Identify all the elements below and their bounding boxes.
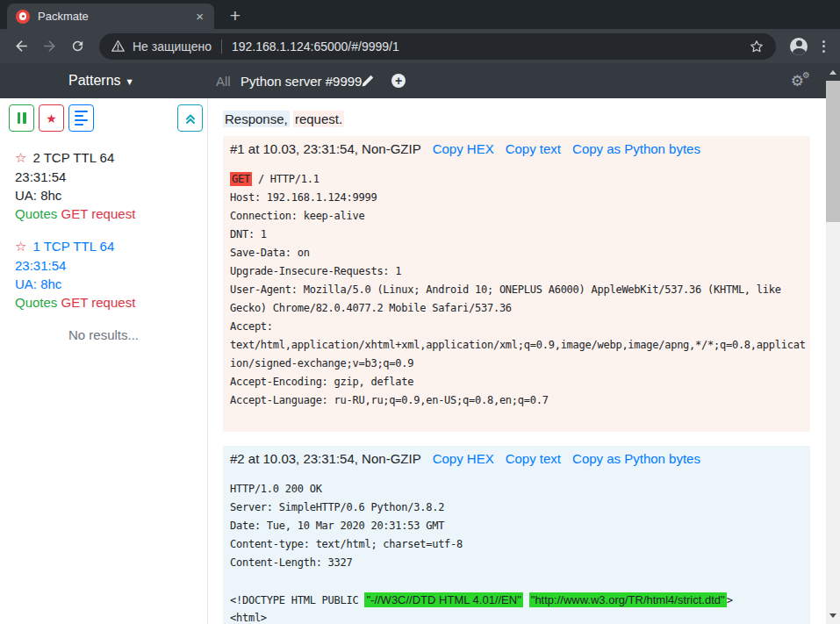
copy-action-link[interactable]: Copy text bbox=[506, 451, 561, 466]
copy-action-link[interactable]: Copy as Python bytes bbox=[572, 451, 700, 466]
legend-text: Response, bbox=[223, 111, 290, 127]
copy-action-link[interactable]: Copy text bbox=[506, 141, 561, 156]
payload-line: Host: 192.168.1.124:9999 bbox=[230, 189, 807, 207]
packet-payload: GET / HTTP/1.1Host: 192.168.1.124:9999Co… bbox=[230, 170, 807, 428]
favorites-filter-button[interactable]: ★ bbox=[39, 104, 64, 132]
stream-time: 23:31:54 bbox=[15, 256, 207, 275]
profile-avatar-button[interactable] bbox=[790, 38, 808, 55]
browser-toolbar: Не защищено 192.168.1.124:65000/#/9999/1 bbox=[0, 29, 840, 63]
copy-action-link[interactable]: Copy HEX bbox=[433, 451, 494, 466]
omnibox-divider bbox=[221, 39, 222, 54]
bookmark-star-button[interactable] bbox=[749, 39, 765, 54]
address-bar[interactable]: Не защищено 192.168.1.124:65000/#/9999/1 bbox=[99, 33, 776, 60]
app-body: ★ ☆2 TCP TTL 6423:31:54UA: 8hcQuotes GET… bbox=[0, 98, 826, 624]
stream-tag: GET request bbox=[61, 295, 136, 310]
page-scrollbar bbox=[826, 63, 840, 624]
payload-line: Content-Length: 3327 bbox=[230, 554, 807, 572]
payload-line: HTTP/1.0 200 OK bbox=[230, 480, 807, 498]
payload-line: Accept-Encoding: gzip, deflate bbox=[230, 373, 807, 391]
payload-line bbox=[230, 410, 807, 428]
chevrons-up-icon bbox=[183, 111, 197, 126]
reload-icon bbox=[70, 39, 85, 54]
caret-down-icon: ▼ bbox=[127, 76, 133, 86]
security-label: Не защищено bbox=[133, 39, 212, 54]
stream-title: 2 TCP TTL 64 bbox=[32, 150, 114, 165]
payload-line: <html> bbox=[230, 609, 807, 624]
patterns-dropdown[interactable]: Patterns ▼ bbox=[68, 63, 133, 98]
forward-button[interactable] bbox=[38, 35, 61, 58]
url-text[interactable]: 192.168.1.124:65000/#/9999/1 bbox=[232, 39, 749, 54]
stream-user-agent: UA: 8hc bbox=[15, 275, 207, 293]
stream-tag: GET request bbox=[61, 206, 136, 221]
stream-list: ☆2 TCP TTL 6423:31:54UA: 8hcQuotes GET r… bbox=[0, 132, 207, 312]
stream-detail-panel: Response, request. #1 at 10.03, 23:31:54… bbox=[208, 98, 826, 624]
tab-current-pattern[interactable]: Python server #9999 bbox=[241, 63, 362, 98]
pause-icon bbox=[18, 112, 26, 124]
gear-small-icon: ⚙ bbox=[802, 71, 810, 80]
payload-line: Date: Tue, 10 Mar 2020 20:31:53 GMT bbox=[230, 517, 807, 535]
packet-list: #1 at 10.03, 23:31:54, Non-GZIPCopy HEXC… bbox=[223, 136, 810, 624]
edit-pattern-button[interactable] bbox=[361, 63, 374, 98]
back-arrow-icon bbox=[13, 38, 30, 54]
browser-menu-button[interactable] bbox=[822, 40, 825, 53]
tab-all-streams[interactable]: All bbox=[216, 63, 231, 98]
copy-action-link[interactable]: Copy as Python bytes bbox=[572, 141, 700, 156]
favorite-star-icon[interactable]: ☆ bbox=[15, 150, 26, 166]
app-header: Patterns ▼ All Python server #9999 ⚙ ⚙ bbox=[0, 63, 826, 98]
payload-line: Upgrade-Insecure-Requests: 1 bbox=[230, 262, 807, 281]
favorite-star-icon[interactable]: ☆ bbox=[15, 239, 26, 255]
patterns-label: Patterns bbox=[68, 73, 121, 89]
collapse-button[interactable] bbox=[177, 104, 203, 132]
stream-tag: Quotes bbox=[15, 295, 57, 310]
pause-capture-button[interactable] bbox=[9, 104, 34, 132]
payload-line: Server: SimpleHTTP/0.6 Python/3.8.2 bbox=[230, 498, 807, 517]
packet-block-request: #1 at 10.03, 23:31:54, Non-GZIPCopy HEXC… bbox=[223, 136, 810, 432]
tab-title: Packmate bbox=[38, 10, 194, 23]
payload-line: Accept-Language: ru-RU,ru;q=0.9,en-US;q=… bbox=[230, 391, 807, 410]
sidebar-toolbar: ★ bbox=[0, 104, 207, 132]
security-chip[interactable]: Не защищено bbox=[111, 39, 212, 54]
tab-close-icon[interactable]: × bbox=[194, 10, 205, 23]
back-button[interactable] bbox=[10, 35, 32, 58]
payload-line: GET / HTTP/1.1 bbox=[230, 170, 807, 189]
tab-strip: Packmate × + bbox=[0, 0, 840, 29]
bookmark-star-icon bbox=[749, 39, 765, 54]
stream-sidebar: ★ ☆2 TCP TTL 6423:31:54UA: 8hcQuotes GET… bbox=[0, 98, 208, 624]
packet-title: #2 at 10.03, 23:31:54, Non-GZIP bbox=[230, 451, 421, 466]
payload-line: Content-type: text/html; charset=utf-8 bbox=[230, 535, 807, 554]
scrollbar-down-button[interactable] bbox=[829, 613, 836, 618]
reload-button[interactable] bbox=[66, 35, 89, 58]
text-filter-button[interactable] bbox=[68, 104, 94, 132]
forward-arrow-icon bbox=[41, 38, 58, 54]
stream-time: 23:31:54 bbox=[15, 168, 207, 186]
payload-line bbox=[230, 572, 807, 591]
stream-list-item[interactable]: ☆2 TCP TTL 6423:31:54UA: 8hcQuotes GET r… bbox=[0, 148, 207, 223]
payload-line: ion/signed-exchange;v=b3;q=0.9 bbox=[230, 355, 807, 373]
star-filled-icon: ★ bbox=[46, 111, 57, 126]
payload-line: Gecko) Chrome/82.0.4077.2 Mobile Safari/… bbox=[230, 299, 807, 318]
scrollbar-thumb[interactable] bbox=[826, 81, 840, 222]
no-results-text: No results... bbox=[0, 327, 207, 342]
packet-block-response: #2 at 10.03, 23:31:54, Non-GZIPCopy HEXC… bbox=[223, 446, 810, 624]
stream-user-agent: UA: 8hc bbox=[15, 186, 207, 204]
payload-line: DNT: 1 bbox=[230, 226, 807, 244]
new-tab-button[interactable]: + bbox=[223, 4, 248, 27]
payload-line: Accept: bbox=[230, 318, 807, 336]
triangle-up-icon bbox=[829, 70, 836, 75]
stream-tag: Quotes bbox=[15, 206, 57, 221]
align-left-icon bbox=[75, 111, 88, 126]
stream-list-item[interactable]: ☆1 TCP TTL 6423:31:54UA: 8hcQuotes GET r… bbox=[0, 237, 207, 312]
settings-button[interactable]: ⚙ ⚙ bbox=[791, 63, 812, 98]
packet-title: #1 at 10.03, 23:31:54, Non-GZIP bbox=[230, 141, 421, 156]
legend-text: request. bbox=[293, 111, 344, 127]
copy-action-link[interactable]: Copy HEX bbox=[433, 141, 494, 156]
payload-line: User-Agent: Mozilla/5.0 (Linux; Android … bbox=[230, 281, 807, 299]
pencil-icon bbox=[361, 75, 374, 88]
browser-tab[interactable]: Packmate × bbox=[7, 4, 214, 29]
payload-line: Save-Data: on bbox=[230, 244, 807, 262]
browser-window: { "browser": { "tab_title": "Packmate", … bbox=[0, 0, 840, 624]
payload-line: Connection: keep-alive bbox=[230, 207, 807, 226]
scrollbar-up-button[interactable] bbox=[826, 63, 840, 81]
add-pattern-button[interactable] bbox=[391, 74, 406, 88]
warning-triangle-icon bbox=[111, 39, 126, 54]
